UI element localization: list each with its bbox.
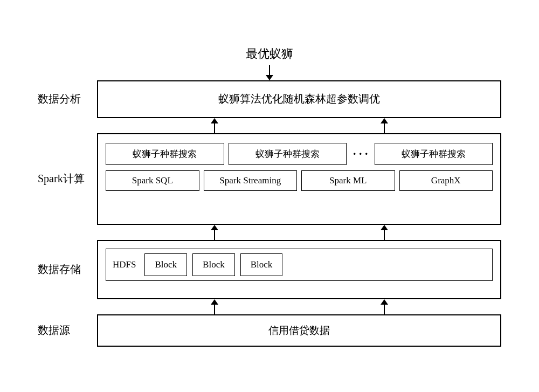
arrow-right-head-2 — [381, 225, 388, 230]
arrow-top-to-analysis — [266, 65, 273, 80]
block-1: Block — [144, 253, 187, 276]
arrow-left-head — [211, 118, 218, 123]
arrow-left-up-2 — [211, 225, 218, 240]
hdfs-label: HDFS — [113, 259, 136, 270]
spark-sub-3: 蚁狮子种群搜索 — [375, 143, 493, 165]
arrows-spark-to-analysis — [38, 118, 501, 133]
hdfs-area: HDFS Block Block Block — [106, 249, 493, 281]
arrow-right-shaft-3 — [384, 305, 385, 314]
spark-sub-1: 蚁狮子种群搜索 — [106, 143, 224, 165]
arrows-storage-to-spark — [38, 225, 501, 240]
arrow-left-shaft-3 — [214, 305, 215, 314]
arrow-left-head-2 — [211, 225, 218, 230]
spark-module-row: Spark SQL Spark Streaming Spark ML Graph… — [106, 170, 493, 191]
arrow-left-up-3 — [211, 299, 218, 314]
arrow-right-head-3 — [381, 299, 388, 305]
arrow-right-up-3 — [381, 299, 388, 314]
storage-box: HDFS Block Block Block — [97, 240, 501, 299]
spark-module-sql: Spark SQL — [106, 170, 199, 191]
arrows-source-to-storage — [38, 299, 501, 314]
spark-module-graphx: GraphX — [399, 170, 493, 191]
arrow-left-shaft — [214, 123, 215, 133]
arrows-content-2 — [97, 225, 501, 240]
arrow-right-head — [381, 118, 388, 123]
spark-layer: Spark计算 蚁狮子种群搜索 蚁狮子种群搜索 · · · 蚁狮子种群搜索 Sp… — [38, 133, 501, 225]
arrow-right-shaft-2 — [384, 230, 385, 240]
source-label: 数据源 — [38, 314, 97, 347]
spark-module-streaming: Spark Streaming — [204, 170, 298, 191]
spark-label: Spark计算 — [38, 133, 97, 225]
arrow-left-shaft-2 — [214, 230, 215, 240]
diagram-container: 最优蚁狮 数据分析 蚁狮算法优化随机森林超参数调优 Spark计算 — [38, 46, 501, 347]
analysis-layer: 数据分析 蚁狮算法优化随机森林超参数调优 — [38, 80, 501, 118]
arrow-left-up — [211, 118, 218, 133]
source-content: 信用借贷数据 — [268, 324, 330, 338]
storage-label: 数据存储 — [38, 240, 97, 299]
arrows-content-1 — [97, 118, 501, 133]
source-layer: 数据源 信用借贷数据 — [38, 314, 501, 347]
analysis-content: 蚁狮算法优化随机森林超参数调优 — [218, 92, 380, 106]
spark-box: 蚁狮子种群搜索 蚁狮子种群搜索 · · · 蚁狮子种群搜索 Spark SQL … — [97, 133, 501, 225]
dots-separator: · · · — [351, 147, 370, 161]
arrow-right-up — [381, 118, 388, 133]
top-label: 最优蚁狮 — [246, 46, 293, 62]
storage-layer: 数据存储 HDFS Block Block Block — [38, 240, 501, 299]
source-box: 信用借贷数据 — [97, 314, 501, 347]
spark-module-ml: Spark ML — [301, 170, 395, 191]
block-3: Block — [240, 253, 283, 276]
block-2: Block — [192, 253, 235, 276]
arrows-content-3 — [97, 299, 501, 314]
spark-sub-2: 蚁狮子种群搜索 — [229, 143, 347, 165]
analysis-label: 数据分析 — [38, 80, 97, 118]
arrow-right-up-2 — [381, 225, 388, 240]
analysis-box: 蚁狮算法优化随机森林超参数调优 — [97, 80, 501, 118]
arrow-left-head-3 — [211, 299, 218, 305]
spark-subgroup-row: 蚁狮子种群搜索 蚁狮子种群搜索 · · · 蚁狮子种群搜索 — [106, 143, 493, 165]
arrow-right-shaft — [384, 123, 385, 133]
